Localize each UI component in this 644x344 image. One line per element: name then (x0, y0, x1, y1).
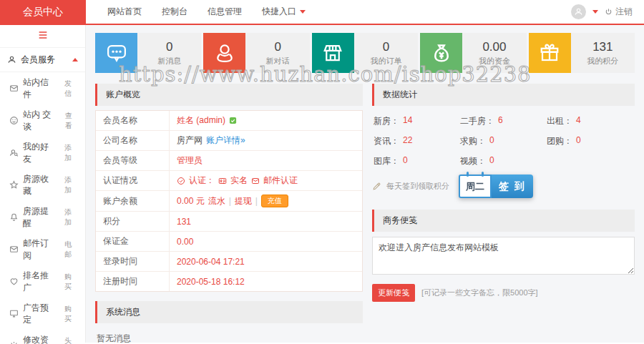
action-link[interactable]: 添加 (64, 207, 78, 227)
action-link[interactable]: 添加 (64, 143, 78, 163)
stat-card-my-orders[interactable]: 0我的订单 (312, 33, 418, 73)
avatar[interactable] (571, 4, 586, 19)
section-title-system-messages: 系统消息 (95, 301, 363, 323)
pencil-icon (372, 182, 381, 191)
stat-want-to-buy: 求购：0 (460, 135, 547, 147)
signin-row: 每天签到领取积分 周二 签 到 (372, 175, 635, 198)
calendar-pin (467, 172, 469, 177)
action-link[interactable]: 添加 (64, 175, 78, 195)
sidebar-group-member-services[interactable]: 会员服务 (0, 48, 85, 72)
stat-news: 资讯：22 (374, 135, 460, 147)
monitor-icon (9, 309, 19, 318)
nav-info-management[interactable]: 信息管理 (208, 6, 242, 18)
account-detail-link[interactable]: 账户详情» (206, 134, 245, 147)
action-link[interactable]: 电邮 (64, 240, 78, 260)
action-link[interactable]: 头像 (64, 336, 78, 344)
withdraw-link[interactable]: 提现 (235, 195, 252, 207)
calendar-pin (482, 172, 484, 177)
stat-group-buy: 团购：0 (547, 135, 633, 147)
circle-check-icon (177, 177, 185, 185)
main-content: https://www.huzhan.com/ishop32238 0新消息 0… (86, 25, 644, 343)
email-cert-link[interactable]: 邮件认证 (263, 175, 298, 187)
table-row: 积分 131 (96, 212, 362, 232)
table-row: 公司名称 房产网 账户详情» (96, 131, 362, 151)
signin-button[interactable]: 签 到 (492, 175, 533, 198)
chevron-up-icon (72, 58, 78, 62)
nav-quick-entry[interactable]: 快捷入口 (262, 6, 306, 18)
stat-videos: 视频：0 (460, 155, 547, 167)
update-note-button[interactable]: 更新便笺 (372, 284, 415, 302)
stat-card-new-conversations[interactable]: 0新对话 (203, 33, 309, 73)
logout-button[interactable]: 注销 (605, 6, 633, 18)
mail-icon (251, 177, 260, 185)
section-title-data-statistics: 数据统计 (372, 84, 635, 106)
menu-toggle-button[interactable] (0, 25, 85, 48)
avatar-dropdown-icon[interactable] (592, 10, 598, 14)
sidebar-item-site-mail[interactable]: 站内信件 发信 (0, 72, 85, 104)
sidebar-item-property-alerts[interactable]: 房源提醒 添加 (0, 201, 85, 233)
table-row: 会员等级 管理员 (96, 151, 362, 171)
gear-icon (9, 341, 19, 344)
signin-hint-text: 每天签到领取积分 (386, 181, 449, 192)
sidebar-item-site-chat[interactable]: 站内 交谈 查看 (0, 104, 85, 137)
gift-icon (539, 42, 560, 64)
chat-bubble-icon (106, 42, 127, 64)
nav-site-home[interactable]: 网站首页 (107, 6, 142, 18)
stat-secondhand-houses: 二手房：6 (460, 115, 547, 127)
chevron-down-icon (300, 10, 306, 14)
realname-cert-link[interactable]: 实名 (230, 175, 248, 187)
mail-icon (9, 84, 19, 93)
brand-title: 会员中心 (0, 0, 86, 24)
action-link[interactable]: 查看 (65, 111, 78, 131)
stat-new-houses: 新房：14 (374, 115, 460, 127)
sidebar-item-property-favorites[interactable]: 房源收藏 添加 (0, 169, 85, 201)
chat-icon (9, 116, 19, 125)
star-icon (9, 180, 19, 190)
table-row: 认证情况 认证： 实名 邮件认证 (96, 171, 362, 191)
top-nav: 网站首页 控制台 信息管理 快捷入口 (86, 0, 571, 24)
action-link[interactable]: 购买 (64, 272, 78, 292)
nav-console[interactable]: 控制台 (162, 6, 187, 18)
sidebar-item-ad-booking[interactable]: 广告预定 购买 (0, 298, 85, 330)
note-hint-text: [可记录一些文字备忘，限5000字] (421, 288, 538, 298)
sidebar-item-mail-subscription[interactable]: 邮件订阅 电邮 (0, 233, 85, 265)
mail-icon (9, 245, 19, 254)
table-row: 注册时间 2020-05-18 16:12 (96, 272, 362, 291)
stat-card-new-messages[interactable]: 0新消息 (95, 33, 201, 73)
data-statistics-grid: 新房：14 二手房：6 出租：4 资讯：22 求购：0 团购：0 图库：0 视频… (372, 106, 635, 170)
check-badge-icon (229, 117, 237, 124)
id-card-icon (218, 177, 227, 185)
recharge-button[interactable]: 充值 (261, 195, 288, 207)
stat-card-my-points[interactable]: 131我的积分 (529, 33, 635, 73)
sidebar-item-ranking-promotion[interactable]: 排名推广 购买 (0, 265, 85, 298)
table-row: 会员名称 姓名 (admin) (96, 111, 362, 131)
action-link[interactable]: 发信 (64, 79, 78, 99)
sidebar-item-my-friends[interactable]: 我的好友 添加 (0, 137, 85, 169)
power-icon (605, 8, 613, 16)
table-row: 账户余额 0.00 元 流水 | 提现 | 充值 (96, 191, 362, 212)
stat-gallery: 图库：0 (374, 155, 460, 167)
store-icon (322, 42, 343, 64)
action-link[interactable]: 购买 (64, 304, 78, 324)
hamburger-icon (37, 29, 49, 41)
sidebar-item-edit-profile[interactable]: 修改资料 头像 (0, 330, 85, 344)
top-header: 会员中心 网站首页 控制台 信息管理 快捷入口 注销 (0, 0, 644, 25)
stat-rentals: 出租：4 (547, 115, 633, 127)
empty-message-text: 暂无消息 (95, 323, 363, 343)
header-right: 注销 (571, 0, 644, 24)
qq-icon (214, 42, 235, 64)
business-note-textarea[interactable]: 欢迎进入房产信息发布网站模板 (372, 237, 635, 275)
sidebar: 会员服务 站内信件 发信 站内 交谈 查看 我的好友 添加 房源收藏 添加 房源… (0, 25, 86, 343)
person-icon (7, 55, 16, 64)
user-icon (574, 7, 583, 16)
flow-link[interactable]: 流水 (208, 195, 225, 207)
account-table: 会员名称 姓名 (admin) 公司名称 房产网 账户详情» 会员等级 管理员 (95, 110, 363, 292)
stat-card-my-funds[interactable]: 0.00我的资金 (420, 33, 526, 73)
table-row: 保证金 0.00 (96, 232, 362, 252)
friends-icon (9, 148, 19, 157)
section-title-account-overview: 账户概览 (95, 84, 363, 106)
stat-cards: 0新消息 0新对话 0我的订单 0.00我的资金 131我的积分 (95, 33, 635, 73)
calendar-day-widget: 周二 (459, 175, 492, 198)
section-title-business-note: 商务便笺 (372, 210, 635, 232)
table-row: 登录时间 2020-06-04 17:21 (96, 252, 362, 272)
